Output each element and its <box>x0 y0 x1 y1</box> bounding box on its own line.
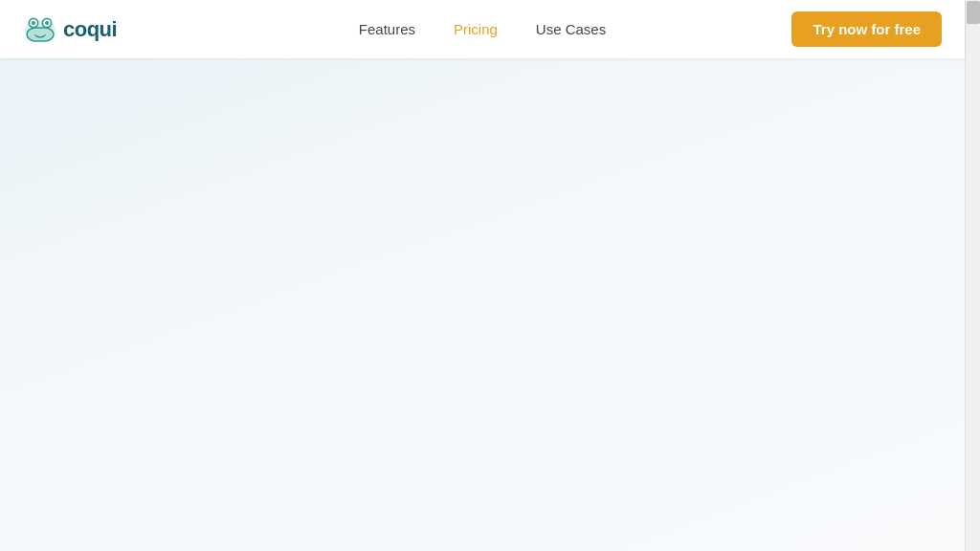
logo[interactable]: coqui <box>23 12 117 47</box>
logo-text: coqui <box>63 17 117 42</box>
try-now-button[interactable]: Try now for free <box>791 11 942 47</box>
main-content <box>0 58 965 551</box>
nav-link-pricing[interactable]: Pricing <box>454 21 498 37</box>
nav-links: Features Pricing Use Cases <box>359 21 606 37</box>
nav-link-features[interactable]: Features <box>359 21 415 37</box>
navbar: coqui Features Pricing Use Cases Try now… <box>0 0 965 58</box>
coqui-logo-icon <box>23 12 57 47</box>
svg-point-7 <box>32 21 35 25</box>
svg-rect-9 <box>27 28 54 41</box>
nav-link-use-cases[interactable]: Use Cases <box>536 21 606 37</box>
svg-point-8 <box>45 21 49 25</box>
scrollbar-thumb[interactable] <box>967 1 980 24</box>
scrollbar[interactable]: ▲ <box>965 0 980 551</box>
